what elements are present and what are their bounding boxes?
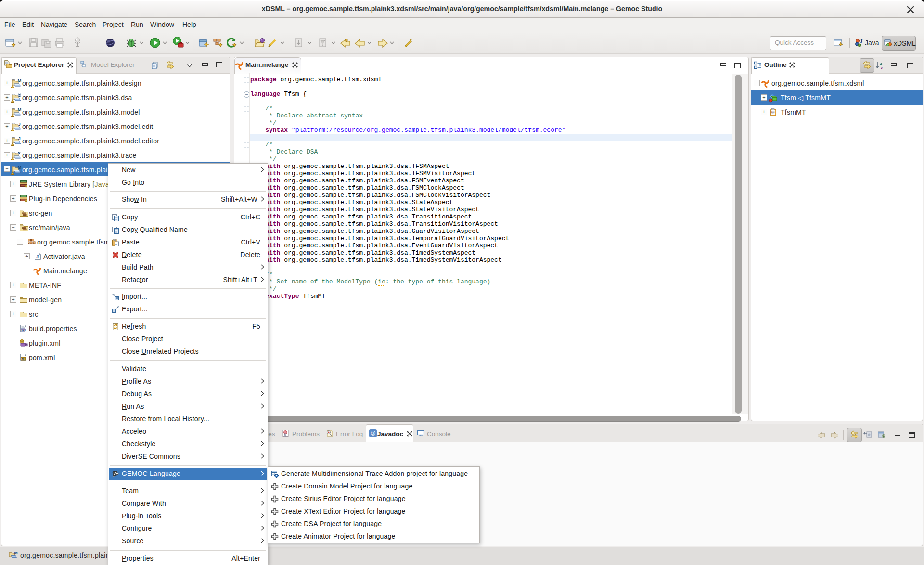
svg-text:J: J: [18, 136, 21, 141]
svg-text:M: M: [18, 107, 22, 112]
svg-text:z: z: [881, 65, 883, 70]
svg-text:M: M: [18, 165, 22, 170]
svg-text:M: M: [18, 78, 22, 83]
svg-text:M: M: [14, 551, 18, 555]
svg-text:M: M: [22, 357, 25, 360]
svg-text:J: J: [36, 254, 39, 259]
svg-text:010: 010: [21, 328, 26, 331]
svg-text:J: J: [860, 39, 863, 44]
svg-text:J: J: [18, 121, 21, 127]
